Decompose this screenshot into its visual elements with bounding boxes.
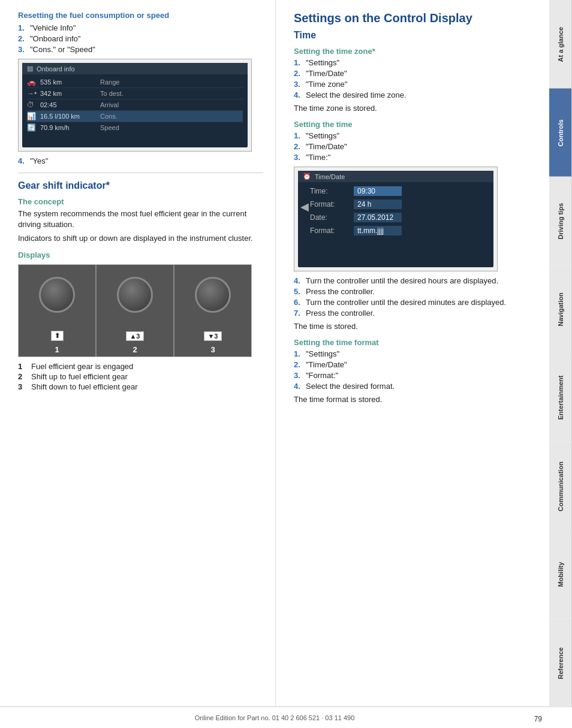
list-item: 1. "Vehicle Info" [18,23,263,32]
setting-time-list: 1."Settings" 2."Time/Date" 3."Time:" [294,131,537,162]
list-item: 1."Settings" [294,131,537,140]
displays-heading: Displays [18,250,263,259]
gear-panel-3: ▼3 3 [174,265,251,357]
list-item: 2. "Onboard info" [18,34,263,43]
main-content: Resetting the fuel consumption or speed … [0,0,549,706]
sidebar-tab-controls[interactable]: Controls [549,89,572,177]
list-item: 2."Time/Date" [294,142,537,151]
gear-list-item-2: 2 Shift up to fuel efficient gear [18,372,263,381]
gear-shift-heading: Gear shift indicator* [18,180,263,191]
list-item: 6.Turn the controller until the desired … [294,298,537,307]
gear-panel-2: ▲3 2 [97,265,174,357]
list-item: 2."Time/Date" [294,69,537,78]
concept-text2: Indicators to shift up or down are displ… [18,233,263,244]
sidebar-tab-mobility[interactable]: Mobility [549,530,572,619]
gear-gauge-3 [195,277,231,313]
onboard-title-bar: ▤ Onboard info [22,63,248,74]
gear-items-list: 1 Fuel efficient gear is engaged 2 Shift… [18,362,263,391]
concept-heading: The concept [18,197,263,206]
page-number: 79 [534,715,542,723]
time-stored-text: The time is stored. [294,321,537,332]
gear-shift-section: Gear shift indicator* The concept The sy… [18,180,263,391]
sidebar-tab-reference[interactable]: Reference [549,619,572,708]
time-format-list: 1."Settings" 2."Time/Date" 3."Format:" 4… [294,349,537,391]
right-main-heading: Settings on the Control Display [294,11,537,25]
onboard-row-arrival: ⏱ 02:45 Arrival [27,99,243,111]
time-heading: Time [294,30,537,41]
list-item: 3."Time:" [294,153,537,162]
onboard-row-speed: 🔄 70.9 km/h Speed [27,122,243,133]
list-item: 3."Format:" [294,371,537,380]
timedate-row-format2: Format: tt.mm.jjjj [310,224,489,237]
setting-time-heading: Setting the time [294,120,537,129]
sidebar-tab-communication[interactable]: Communication [549,442,572,531]
gear-badge-3: ▼3 [204,331,221,341]
gear-panel-1: ⬆ 1 [19,265,97,357]
time-format-heading: Setting the time format [294,338,537,347]
time-format-section: Setting the time format 1."Settings" 2."… [294,338,537,405]
time-zone-list: 1."Settings" 2."Time/Date" 3."Time zone"… [294,58,537,99]
gear-list-item-3: 3 Shift down to fuel efficient gear [18,382,263,391]
timedate-content: ◀ Time: 09:30 Format: 24 h Date: [298,182,493,240]
footer: Online Edition for Part no. 01 40 2 606 … [0,706,549,728]
setting-time-list-after: 4.Turn the controller until the desired … [294,276,537,318]
list-item: 4.Select the desired format. [294,382,537,391]
list-item: 4.Select the desired time zone. [294,90,537,99]
sidebar-tab-navigation[interactable]: Navigation [549,265,572,354]
concept-text1: The system recommends the most fuel effi… [18,209,263,230]
onboard-rows: 🚗 535 km Range →• 342 km To dest. ⏱ 02:4… [22,74,248,135]
list-item: 4. "Yes" [18,156,263,165]
gear-num-2: 2 [133,345,137,354]
list-item: 1."Settings" [294,58,537,67]
timedate-row-date: Date: 27.05.2012 [310,211,489,224]
timedate-row-format1: Format: 24 h [310,198,489,211]
sidebar-tab-entertainment[interactable]: Entertainment [549,354,572,442]
list-item: 2."Time/Date" [294,360,537,369]
onboard-info-image: ▤ Onboard info 🚗 535 km Range →• 342 km … [18,59,252,152]
fuel-reset-section: Resetting the fuel consumption or speed … [18,11,263,165]
list-item: 4.Turn the controller until the desired … [294,276,537,285]
list-item: 5.Press the controller. [294,287,537,296]
gear-list-item-1: 1 Fuel efficient gear is engaged [18,362,263,371]
sidebar-tabs: At a glance Controls Driving tips Naviga… [549,0,572,707]
time-zone-section: Setting the time zone* 1."Settings" 2."T… [294,47,537,114]
gear-shift-image: ⬆ 1 ▲3 2 ▼3 3 [18,264,252,357]
sidebar-tab-driving-tips[interactable]: Driving tips [549,177,572,265]
fuel-reset-list-after: 4. "Yes" [18,156,263,165]
gear-badge-2: ▲3 [126,331,143,341]
timedate-image: ⏰ Time/Date ◀ Time: 09:30 Format: [294,167,498,271]
onboard-row-dest: →• 342 km To dest. [27,88,243,99]
timezone-stored-text: The time zone is stored. [294,103,537,114]
fuel-reset-heading: Resetting the fuel consumption or speed [18,11,263,20]
timedate-row-time: Time: 09:30 [310,185,489,198]
gear-gauge-1 [39,277,75,313]
left-arrow-icon: ◀ [300,200,309,213]
gear-num-3: 3 [210,345,215,354]
list-item: 7.Press the controller. [294,309,537,318]
gear-badge-1: ⬆ [51,331,64,341]
gear-gauge-2 [117,277,153,313]
sidebar-tab-at-a-glance[interactable]: At a glance [549,0,572,89]
setting-time-section: Setting the time 1."Settings" 2."Time/Da… [294,120,537,332]
onboard-row-range: 🚗 535 km Range [27,77,243,88]
left-column: Resetting the fuel consumption or speed … [0,0,276,706]
right-column: Settings on the Control Display Time Set… [276,0,549,706]
fuel-reset-list: 1. "Vehicle Info" 2. "Onboard info" 3. "… [18,23,263,54]
timedate-title-bar: ⏰ Time/Date [298,171,493,182]
timedate-rows: Time: 09:30 Format: 24 h Date: 27.05.201… [298,182,493,240]
time-format-stored-text: The time format is stored. [294,394,537,405]
gear-num-1: 1 [55,345,59,354]
list-item: 3. "Cons." or "Speed" [18,45,263,54]
list-item: 1."Settings" [294,349,537,358]
onboard-row-cons: 📊 16.5 l/100 km Cons. [27,111,243,122]
time-zone-heading: Setting the time zone* [294,47,537,56]
footer-text: Online Edition for Part no. 01 40 2 606 … [195,714,355,721]
list-item: 3."Time zone" [294,80,537,89]
divider [18,173,263,173]
